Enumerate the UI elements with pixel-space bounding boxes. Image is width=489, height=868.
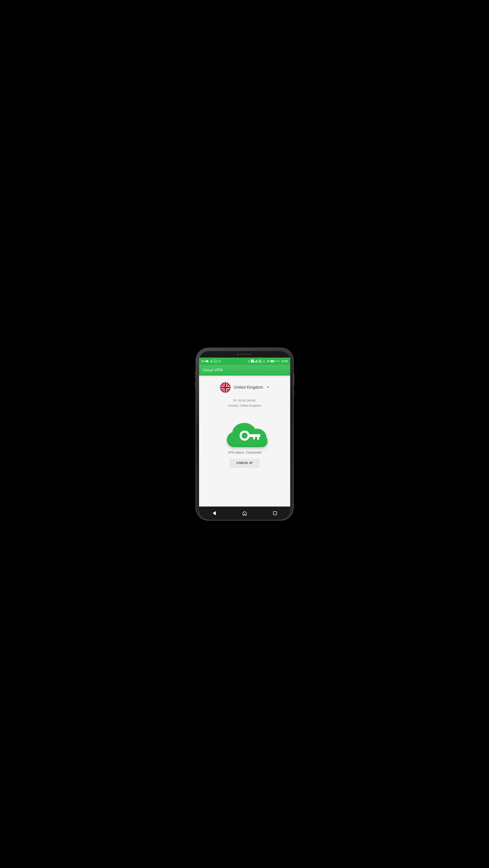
- camera-icon: [237, 353, 239, 355]
- svg-rect-7: [256, 360, 257, 362]
- sim2-badge: 2: [258, 360, 262, 363]
- back-button[interactable]: [211, 510, 218, 517]
- country-selector[interactable]: United Kingdom: [220, 382, 269, 393]
- power-button[interactable]: [293, 374, 294, 386]
- battery-icon: [270, 360, 275, 362]
- bottom-nav: [199, 506, 290, 520]
- app-bar-title: Cloud VPN: [203, 368, 223, 373]
- status-bar: N 1 2: [199, 358, 290, 365]
- country-flag: [220, 382, 231, 393]
- volume-down-button[interactable]: [195, 382, 196, 389]
- battery-percent: 87%: [276, 360, 280, 362]
- recents-icon: [273, 512, 277, 515]
- home-button[interactable]: [241, 510, 248, 517]
- ip-address: IP: 52.56.186.80: [228, 398, 261, 403]
- time: 13:03: [281, 360, 288, 363]
- app-bar: Cloud VPN: [199, 365, 290, 375]
- bluetooth-icon: [209, 360, 213, 363]
- volume-up-button[interactable]: [195, 371, 196, 378]
- svg-rect-6: [255, 361, 256, 362]
- vpn-key-icon: [218, 360, 221, 363]
- phone-screen: N 1 2: [199, 351, 290, 520]
- dropdown-arrow-icon: [267, 386, 269, 388]
- svg-rect-22: [249, 434, 260, 437]
- svg-rect-8: [257, 360, 258, 362]
- check-ip-button[interactable]: CHECK IP: [230, 459, 259, 467]
- vpn-cloud-icon: [225, 414, 264, 446]
- nfc-icon: N: [214, 360, 217, 363]
- speaker-icon: [240, 354, 252, 355]
- signal-icon: [255, 360, 258, 363]
- ip-country: Country: United Kingdom: [228, 403, 261, 408]
- svg-rect-23: [257, 437, 259, 440]
- cloud-icon: [205, 360, 209, 363]
- back-icon: [213, 511, 216, 515]
- phone-top: [199, 351, 290, 358]
- main-content: United Kingdom IP: 52.56.186.80 Country:…: [199, 375, 290, 506]
- svg-point-21: [241, 433, 248, 439]
- message-icon: [201, 360, 204, 363]
- wifi-icon: [247, 360, 250, 363]
- ip-info: IP: 52.56.186.80 Country: United Kingdom: [228, 398, 261, 408]
- home-icon: [242, 511, 247, 516]
- triangle-signal-icon: [262, 360, 266, 363]
- notification-1-icon: 1: [251, 360, 254, 363]
- svg-marker-9: [263, 360, 265, 362]
- country-name: United Kingdom: [234, 385, 263, 390]
- svg-rect-24: [253, 437, 255, 439]
- svg-rect-5: [255, 362, 255, 362]
- status-icons-left: N: [201, 360, 221, 363]
- svg-point-1: [218, 361, 220, 362]
- recents-button[interactable]: [271, 510, 279, 517]
- status-icons-right: 1 2: [247, 360, 288, 363]
- charging-icon: [266, 360, 269, 363]
- phone-device: N 1 2: [196, 348, 293, 520]
- svg-rect-0: [202, 360, 204, 362]
